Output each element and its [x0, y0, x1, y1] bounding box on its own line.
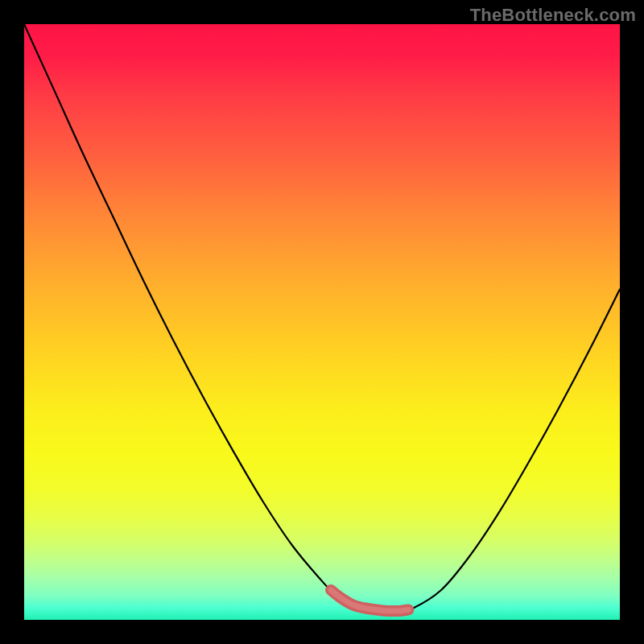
attribution-text: TheBottleneck.com: [470, 5, 636, 26]
plot-area: [24, 24, 620, 620]
chart-frame: TheBottleneck.com: [0, 0, 644, 644]
chart-overlay: [24, 24, 620, 620]
curve: [24, 24, 620, 612]
